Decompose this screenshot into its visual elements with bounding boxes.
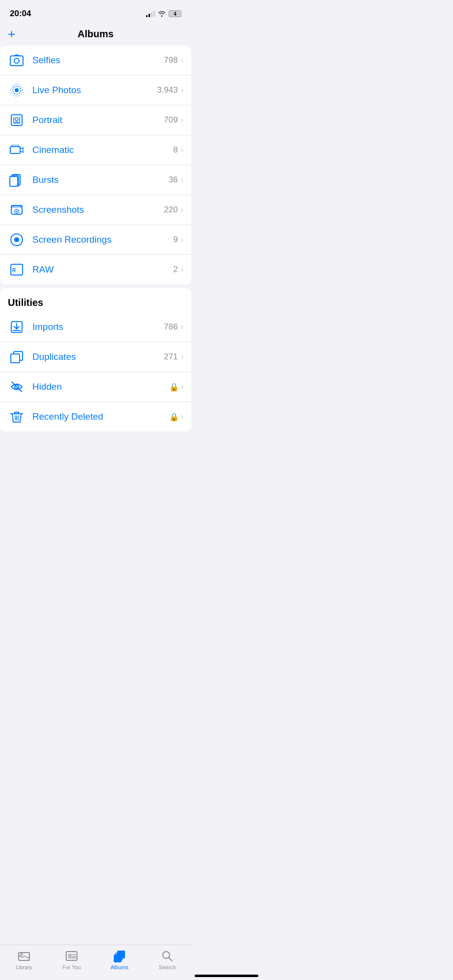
status-time: 20:04 [10, 9, 31, 19]
svg-point-14 [16, 211, 18, 212]
duplicates-icon [8, 348, 25, 366]
bursts-count: 36 [169, 175, 178, 185]
imports-icon [8, 318, 25, 336]
list-item-selfies[interactable]: Selfies 798 › [0, 46, 191, 75]
duplicates-count: 271 [164, 352, 177, 362]
selfies-icon [8, 51, 25, 69]
screen-recordings-count: 9 [173, 235, 177, 245]
list-item-bursts[interactable]: Bursts 36 › [0, 165, 191, 195]
svg-point-16 [14, 237, 19, 242]
list-item-hidden[interactable]: Hidden 🔒 › [0, 372, 191, 402]
wifi-icon [158, 11, 166, 17]
list-item-cinematic[interactable]: Cinematic 8 › [0, 135, 191, 165]
cinematic-label: Cinematic [32, 145, 173, 155]
svg-point-1 [14, 58, 19, 63]
svg-rect-5 [11, 115, 22, 126]
list-item-screen-recordings[interactable]: Screen Recordings 9 › [0, 225, 191, 255]
cinematic-chevron: › [181, 146, 183, 154]
live-photos-count: 3.943 [157, 85, 178, 95]
add-album-button[interactable]: + [8, 26, 15, 42]
battery-icon: 4 [169, 10, 181, 17]
raw-icon: R [8, 261, 25, 278]
svg-text:R: R [12, 268, 16, 273]
portrait-icon [8, 111, 25, 129]
svg-point-6 [15, 118, 18, 121]
imports-count: 786 [164, 322, 177, 332]
cinematic-icon [8, 141, 25, 159]
duplicates-chevron: › [181, 352, 183, 361]
hidden-chevron: › [181, 382, 183, 391]
screenshots-count: 220 [164, 205, 177, 215]
recently-deleted-lock-icon: 🔒 [169, 412, 179, 422]
raw-count: 2 [173, 265, 177, 275]
portrait-label: Portrait [32, 115, 164, 126]
list-item-duplicates[interactable]: Duplicates 271 › [0, 342, 191, 372]
svg-rect-11 [10, 176, 18, 186]
raw-label: RAW [32, 264, 173, 275]
imports-chevron: › [181, 323, 183, 331]
screen-recordings-chevron: › [181, 235, 183, 244]
svg-rect-7 [10, 147, 20, 153]
live-photos-icon [8, 81, 25, 99]
screenshots-chevron: › [181, 205, 183, 214]
list-item-imports[interactable]: Imports 786 › [0, 312, 191, 342]
svg-line-23 [12, 382, 22, 392]
svg-rect-8 [12, 145, 19, 147]
live-photos-label: Live Photos [32, 85, 157, 96]
recently-deleted-chevron: › [181, 412, 183, 421]
imports-label: Imports [32, 322, 164, 332]
duplicates-label: Duplicates [32, 352, 164, 362]
list-item-live-photos[interactable]: Live Photos 3.943 › [0, 75, 191, 105]
portrait-count: 709 [164, 115, 177, 125]
list-item-screenshots[interactable]: Screenshots 220 › [0, 195, 191, 225]
live-photos-chevron: › [181, 86, 183, 95]
portrait-chevron: › [181, 116, 183, 125]
status-bar: 20:04 4 [0, 0, 191, 25]
list-item-portrait[interactable]: Portrait 709 › [0, 105, 191, 135]
page-title: Albums [77, 28, 113, 40]
svg-point-2 [15, 88, 19, 92]
screenshots-label: Screenshots [32, 204, 164, 215]
hidden-lock-icon: 🔒 [169, 382, 179, 392]
selfies-count: 798 [164, 55, 177, 65]
bursts-label: Bursts [32, 175, 169, 185]
cinematic-count: 8 [173, 145, 177, 155]
hidden-icon [8, 378, 25, 396]
signal-icon [146, 11, 155, 17]
screen-recordings-icon [8, 231, 25, 249]
recently-deleted-icon [8, 408, 25, 426]
nav-header: + Albums [0, 25, 191, 46]
raw-chevron: › [181, 265, 183, 274]
status-icons: 4 [146, 10, 181, 17]
bursts-chevron: › [181, 176, 183, 184]
recently-deleted-label: Recently Deleted [32, 411, 169, 422]
screenshots-icon [8, 201, 25, 219]
screen-recordings-label: Screen Recordings [32, 234, 173, 245]
bursts-icon [8, 171, 25, 189]
utilities-section: Utilities Imports 786 › [0, 288, 191, 431]
list-item-recently-deleted[interactable]: Recently Deleted 🔒 › [0, 402, 191, 431]
svg-rect-0 [10, 56, 23, 66]
selfies-chevron: › [181, 56, 183, 65]
media-types-section: Selfies 798 › Live Photos 3.943 › [0, 46, 191, 284]
selfies-label: Selfies [32, 55, 164, 66]
main-scroll: Selfies 798 › Live Photos 3.943 › [0, 46, 191, 484]
list-item-raw[interactable]: R RAW 2 › [0, 255, 191, 284]
svg-rect-21 [11, 354, 20, 363]
hidden-label: Hidden [32, 381, 169, 392]
utilities-section-header: Utilities [0, 288, 191, 312]
